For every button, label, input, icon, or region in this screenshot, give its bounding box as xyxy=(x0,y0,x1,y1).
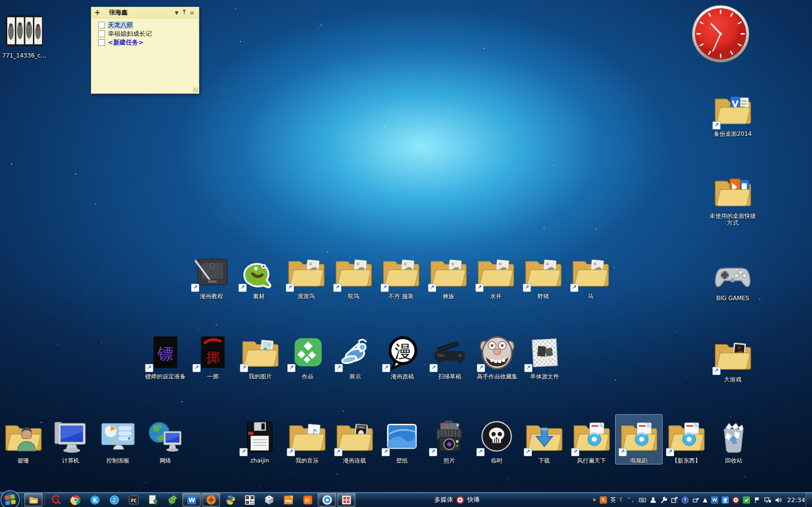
analog-clock-gadget[interactable] xyxy=(691,4,751,64)
wangwang-icon[interactable] xyxy=(722,496,729,504)
show-desktop-button[interactable] xyxy=(806,493,812,507)
show-hidden-icons[interactable]: ▲ xyxy=(703,496,707,503)
desktop-icon[interactable]: ↗马 xyxy=(567,250,614,300)
tray-overflow[interactable]: » xyxy=(592,496,596,503)
desktop-icon[interactable]: 771_14336_c... xyxy=(1,10,47,59)
sogou-icon[interactable]: S xyxy=(600,496,607,504)
sticky-note-gadget[interactable]: + 张海鑫 ▼ × 天龙八部幸福媳妇成长记<新建任务> xyxy=(91,7,199,94)
punctuation-indicator[interactable]: ’， xyxy=(628,496,635,504)
desktop-icon[interactable]: 镖↗镖师的设定准备 xyxy=(142,331,189,380)
checkbox[interactable] xyxy=(98,39,105,46)
resize-grip[interactable] xyxy=(193,87,198,92)
desktop-icon[interactable]: ↗照片 xyxy=(426,415,472,464)
desktop-icon[interactable]: 回收站 xyxy=(710,415,757,464)
cube-icon[interactable] xyxy=(260,493,278,507)
desktop-icon[interactable]: ↗野猪 xyxy=(520,250,566,300)
desktop-icon[interactable]: 未使用的桌面快捷方式 xyxy=(709,170,756,226)
desktop-icon[interactable]: ↗不丹 服装 xyxy=(378,250,424,300)
flag-icon[interactable] xyxy=(753,496,761,504)
desktop-icon[interactable]: ♪↗我的音乐 xyxy=(284,415,330,464)
desktop-icon[interactable]: ↗我的图片 xyxy=(237,331,283,380)
fc-emulator-icon[interactable]: FC xyxy=(124,493,143,507)
desktop-icon[interactable]: ↗【新东西】 xyxy=(663,415,709,464)
network-tray-icon[interactable] xyxy=(764,496,771,504)
sticky-note-task-list[interactable]: 天龙八部幸福媳妇成长记<新建任务> xyxy=(91,18,199,46)
music-player-icon[interactable]: ♪ xyxy=(105,493,123,507)
explorer-icon[interactable] xyxy=(24,493,43,507)
doc-export-icon[interactable] xyxy=(144,493,162,507)
shortcut-arrow-icon: ↗ xyxy=(428,284,436,292)
keyboard-icon[interactable] xyxy=(639,496,646,504)
pin-icon[interactable] xyxy=(180,9,188,16)
shortcut-arrow-icon: ↗ xyxy=(477,364,485,372)
start-button[interactable] xyxy=(0,493,20,507)
desktop-icon[interactable]: ↗作品 xyxy=(284,331,331,380)
moon-icon[interactable]: ☾ xyxy=(620,496,625,503)
user-tray-icon[interactable] xyxy=(650,496,657,504)
desktop-icon[interactable]: ↗电视剧 xyxy=(616,415,662,464)
word-tray-icon[interactable]: W xyxy=(711,496,718,504)
sticky-note-header[interactable]: + 张海鑫 ▼ × xyxy=(91,7,199,18)
chrome-icon[interactable] xyxy=(66,493,85,507)
desktop-icon[interactable]: ↗渡渡鸟 xyxy=(283,250,329,300)
task-label[interactable]: 幸福媳妇成长记 xyxy=(108,30,152,38)
checkbox[interactable] xyxy=(98,22,105,29)
wrench-icon[interactable] xyxy=(660,496,667,504)
chevron-down-icon[interactable]: ▼ xyxy=(173,10,180,15)
close-icon[interactable]: × xyxy=(188,9,196,16)
svg-text:漫: 漫 xyxy=(395,342,412,361)
desktop-icon[interactable]: ↗备份桌面2014 xyxy=(709,88,756,137)
desktop-icon[interactable]: ↗zhaijin xyxy=(236,415,283,464)
desktop-icon[interactable]: ↗临时 xyxy=(473,415,520,464)
desktop-icon[interactable]: ↗高手作品收藏集 xyxy=(474,331,520,380)
desktop-icon[interactable]: ↗彝族 xyxy=(425,250,472,300)
desktop-icon[interactable]: ↗鸵鸟 xyxy=(330,250,377,300)
kugou-icon[interactable]: K xyxy=(86,493,104,507)
desktop-icon[interactable]: ↗展示 xyxy=(332,331,378,380)
red-seal-icon[interactable] xyxy=(337,493,355,507)
volume-icon[interactable] xyxy=(775,496,782,504)
checkbox[interactable] xyxy=(98,30,105,37)
word-icon[interactable]: W xyxy=(182,493,201,507)
red-swirl-icon[interactable] xyxy=(47,493,65,507)
add-task-button[interactable]: + xyxy=(94,8,102,17)
qvod-player-icon[interactable] xyxy=(318,493,336,507)
desktop-icon[interactable]: ↗漫画教程 xyxy=(188,250,235,300)
window-tray-icon[interactable] xyxy=(692,496,699,504)
pdf-icon[interactable]: PDF xyxy=(279,493,297,507)
desktop-icon[interactable]: 计算机 xyxy=(47,415,94,464)
photo-folder-icon: ↗ xyxy=(285,250,327,292)
orange-paw-icon[interactable] xyxy=(202,493,220,507)
xiami-icon[interactable]: 虾 xyxy=(298,493,317,507)
share-icon[interactable] xyxy=(671,496,678,504)
input-lang-indicator[interactable]: 英 xyxy=(610,496,616,504)
python-icon[interactable] xyxy=(221,493,239,507)
parrot-icon[interactable] xyxy=(163,493,181,507)
desktop-icon[interactable]: 网络 xyxy=(142,415,189,464)
task-item[interactable]: 天龙八部 xyxy=(98,21,195,29)
desktop-icon[interactable]: 漫↗漫画原稿 xyxy=(379,331,426,380)
desktop-icon[interactable]: 控制面板 xyxy=(95,415,141,464)
desktop-icon[interactable]: 翟珊 xyxy=(0,415,46,464)
desktop-icon[interactable]: ↗扫描草稿 xyxy=(427,331,473,380)
task-label[interactable]: <新建任务> xyxy=(108,39,144,46)
task-item[interactable]: 幸福媳妇成长记 xyxy=(98,30,195,38)
qr-code-icon[interactable] xyxy=(240,493,259,507)
desktop-icon[interactable]: ↗风行遍天下 xyxy=(568,415,615,464)
desktop-icon[interactable]: ↗单体源文件 xyxy=(521,331,568,380)
desktop-icon[interactable]: ↗素材 xyxy=(236,250,282,300)
task-label[interactable]: 天龙八部 xyxy=(108,21,133,29)
desktop-icon[interactable]: ↗大游戏 xyxy=(709,333,756,383)
qvod-tray-icon[interactable] xyxy=(732,496,739,504)
desktop-icon[interactable]: BIG GAMES xyxy=(709,252,756,302)
help-icon[interactable]: ? xyxy=(681,496,689,504)
desktop-icon[interactable]: ↗下载 xyxy=(521,415,567,464)
green-app-icon[interactable] xyxy=(743,496,750,504)
desktop-icon[interactable]: ↗壁纸 xyxy=(379,415,425,464)
desktop-icon[interactable]: COMICS↗漫画连载 xyxy=(331,415,378,464)
shortcut-arrow-icon: ↗ xyxy=(335,364,343,372)
task-item[interactable]: <新建任务> xyxy=(98,39,195,46)
desktop-icon[interactable]: ↗水井 xyxy=(472,250,519,300)
tray-clock[interactable]: 22:34 xyxy=(787,496,805,504)
desktop-icon[interactable]: 掷↗一掷 xyxy=(190,331,236,380)
